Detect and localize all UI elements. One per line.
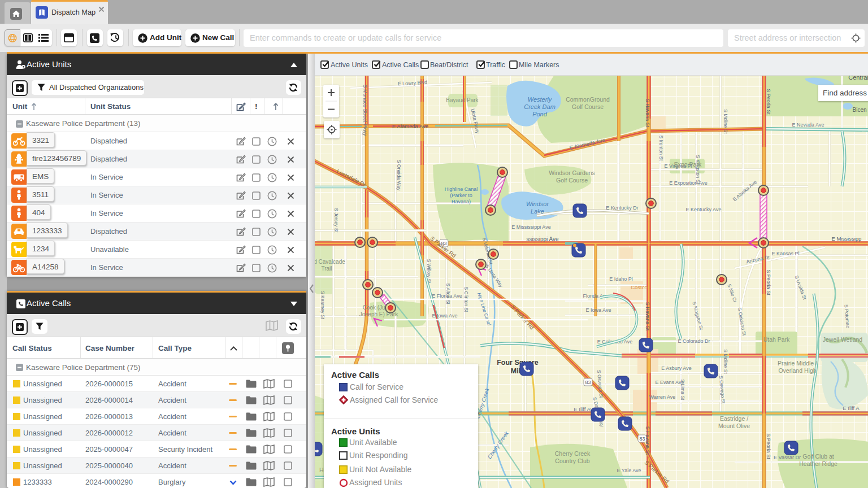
svg-text:Bayaud Park: Bayaud Park: [446, 97, 479, 103]
svg-text:E Iowa Ave: E Iowa Ave: [586, 307, 611, 313]
svg-text:Costco: Costco: [631, 284, 648, 290]
svg-text:S Ironton St: S Ironton St: [658, 136, 664, 162]
svg-text:S Jersey St: S Jersey St: [333, 208, 339, 233]
svg-text:E Virginia Pl: E Virginia Pl: [665, 163, 692, 169]
svg-text:83: 83: [639, 436, 645, 442]
svg-text:S Oneida Way: S Oneida Way: [396, 160, 402, 191]
svg-text:Trail: Trail: [321, 265, 332, 272]
svg-text:E Mississippi Ave: E Mississippi Ave: [511, 224, 550, 230]
svg-text:S Lima St: S Lima St: [680, 380, 685, 400]
svg-text:E Idaho Pl: E Idaho Pl: [609, 276, 633, 282]
svg-text:Old Cavalcade: Old Cavalcade: [314, 259, 345, 265]
svg-text:E Alameda Ave: E Alameda Ave: [392, 123, 428, 129]
svg-text:Warren Ave: Warren Ave: [649, 394, 676, 400]
svg-text:E Asbury Ave: E Asbury Ave: [661, 365, 691, 371]
svg-text:E Kansas Pl: E Kansas Pl: [771, 251, 799, 256]
svg-text:Overland High: Overland High: [778, 367, 816, 374]
svg-text:Bicen: Bicen: [852, 107, 866, 113]
svg-text:Creek Dam: Creek Dam: [524, 103, 555, 110]
svg-text:E Vassar Dr: E Vassar Dr: [774, 455, 801, 460]
svg-text:Lake: Lake: [531, 208, 544, 215]
svg-text:E Mississipp: E Mississipp: [832, 236, 862, 242]
svg-text:Windsor: Windsor: [526, 201, 550, 207]
svg-text:Prairie Middle /: Prairie Middle /: [778, 360, 817, 367]
svg-text:S Monaco Street Pkwy: S Monaco Street Pkwy: [362, 84, 368, 136]
svg-text:Golf Course: Golf Course: [556, 177, 588, 184]
svg-text:E Exposition Ave: E Exposition Ave: [669, 180, 707, 186]
svg-text:CommonGround: CommonGround: [566, 96, 610, 103]
svg-text:Utah Park: Utah Park: [763, 336, 790, 343]
svg-text:Golf Club at: Golf Club at: [802, 453, 834, 460]
svg-text:Jewell Wetland: Jewell Wetland: [823, 336, 863, 343]
svg-text:Golf Course: Golf Course: [572, 103, 604, 110]
svg-text:S Moline St: S Moline St: [723, 349, 728, 374]
svg-text:Pond: Pond: [532, 111, 548, 117]
svg-text:Heather Ridge: Heather Ridge: [799, 460, 837, 467]
svg-text:E Nevada Ave: E Nevada Ave: [792, 122, 824, 128]
svg-text:S Kearney St: S Kearney St: [320, 291, 326, 320]
svg-text:E Iliff A: E Iliff A: [843, 405, 860, 411]
svg-text:S Peoria St: S Peoria St: [766, 89, 771, 115]
svg-text:83: 83: [585, 380, 591, 385]
svg-text:E Colorado Dr: E Colorado Dr: [678, 338, 710, 344]
svg-text:Westerly: Westerly: [528, 96, 553, 103]
svg-text:E Florida Ave: E Florida Ave: [432, 293, 462, 299]
svg-text:S Havana St: S Havana St: [645, 99, 650, 128]
svg-text:(Parker to: (Parker to: [450, 193, 472, 198]
svg-text:E Yale Ave: E Yale Ave: [617, 468, 641, 473]
svg-text:ssissippi Ave: ssissippi Ave: [526, 236, 559, 242]
svg-text:S Havana St: S Havana St: [645, 426, 650, 455]
svg-text:E Kentucky Dr: E Kentucky Dr: [606, 205, 639, 211]
svg-text:E Evans Ave: E Evans Ave: [656, 380, 684, 385]
svg-text:Eastridge /: Eastridge /: [720, 415, 748, 422]
svg-text:S Peoria St: S Peoria St: [766, 269, 771, 295]
svg-text:S Havana St: S Havana St: [645, 302, 650, 331]
svg-text:Mount Olive: Mount Olive: [718, 422, 750, 429]
svg-text:Havana): Havana): [452, 199, 471, 204]
svg-text:Cherry Creek: Cherry Creek: [555, 450, 591, 457]
svg-text:Country Club: Country Club: [555, 457, 589, 464]
svg-text:S Peoria St: S Peoria St: [766, 433, 771, 459]
svg-text:Windsor Gardens: Windsor Gardens: [549, 169, 595, 176]
svg-text:Highline Canal: Highline Canal: [445, 186, 478, 192]
svg-text:S Moline St: S Moline St: [723, 109, 728, 134]
svg-text:Central: Central: [848, 76, 868, 81]
svg-text:E Kentucky Ave: E Kentucky Ave: [686, 207, 722, 212]
svg-text:S Kingston St: S Kingston St: [695, 155, 701, 184]
